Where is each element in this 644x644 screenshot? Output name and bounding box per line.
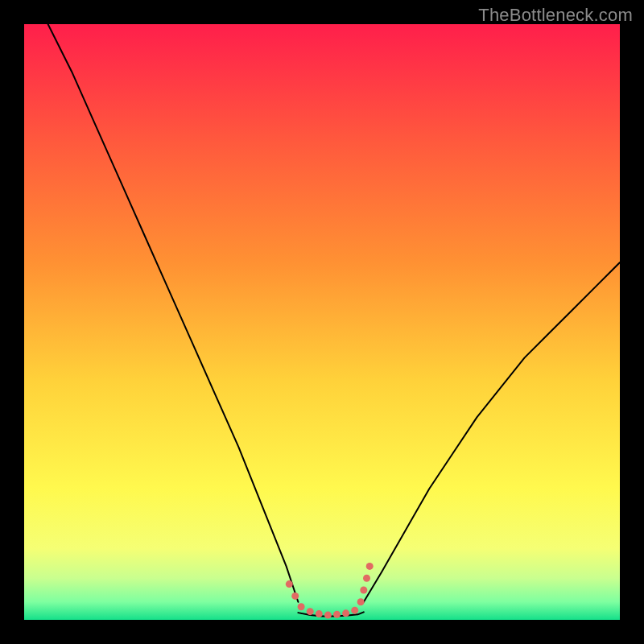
- accent-dot: [307, 608, 314, 615]
- accent-dot: [291, 592, 299, 600]
- bottleneck-chart: [24, 24, 620, 620]
- accent-dot: [360, 587, 367, 594]
- accent-dot: [333, 611, 341, 618]
- accent-dot: [286, 580, 293, 588]
- accent-dot: [316, 610, 323, 617]
- accent-dot: [357, 598, 365, 605]
- accent-dot: [324, 612, 332, 619]
- accent-dot: [342, 609, 349, 617]
- accent-dot: [366, 563, 374, 570]
- chart-frame: TheBottleneck.com: [0, 0, 644, 644]
- accent-dot: [363, 575, 370, 582]
- accent-dot: [351, 607, 358, 614]
- watermark-text: TheBottleneck.com: [478, 5, 633, 26]
- gradient-background: [24, 24, 620, 620]
- accent-dot: [298, 603, 305, 610]
